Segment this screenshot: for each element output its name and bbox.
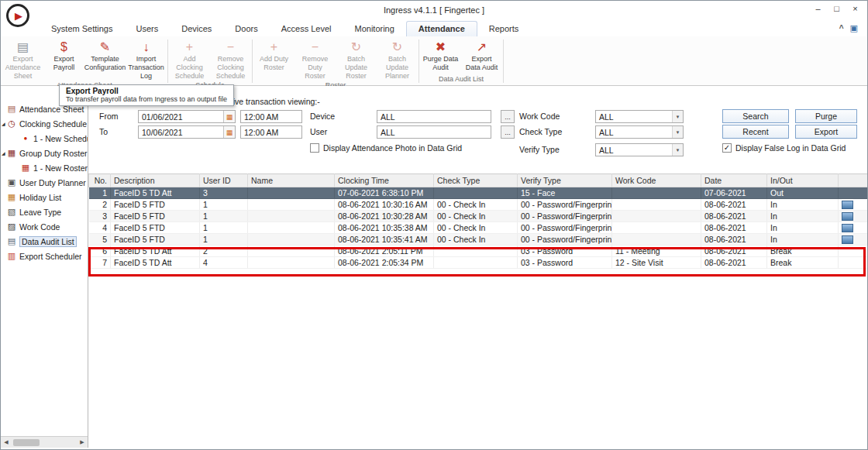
to-time-input[interactable] — [241, 128, 301, 137]
user-browse-button[interactable]: ... — [501, 125, 515, 139]
tree-expanded-icon[interactable]: ◢ — [2, 121, 5, 126]
work-code-dropdown[interactable]: ALL ▼ — [595, 110, 684, 123]
scroll-right-icon[interactable]: ▶ — [77, 439, 88, 445]
scrollbar-thumb[interactable] — [13, 439, 40, 446]
table-row[interactable]: 6 FaceID 5 TD Att 2 08-06-2021 2:05:11 P… — [89, 246, 868, 257]
checkbox-box[interactable]: ✓ — [722, 143, 732, 153]
tab-attendance[interactable]: Attendance — [406, 21, 477, 36]
display-false-log-checkbox[interactable]: ✓ Display False Log in Data Grid — [722, 143, 846, 153]
col-photo[interactable] — [839, 174, 868, 187]
tree-expanded-icon[interactable]: ◢ — [2, 150, 5, 156]
search-button[interactable]: Search — [722, 109, 789, 123]
col-in-out[interactable]: In/Out — [767, 174, 839, 187]
ribbon-separator — [252, 40, 253, 83]
sidebar-item-data-audit-list[interactable]: ▤ Data Audit List — [1, 234, 88, 249]
to-date-input[interactable] — [139, 128, 223, 137]
tab-monitoring[interactable]: Monitoring — [343, 22, 406, 36]
batch-update-planner-button[interactable]: ↻ Batch Update Planner — [377, 37, 418, 80]
sidebar-item-label: Leave Type — [19, 208, 61, 217]
data-audit-main-panel: Enter your selection criteria for select… — [88, 86, 867, 448]
export-attendance-sheet-button[interactable]: ▤ Export Attendance Sheet — [2, 37, 43, 80]
col-verify-type[interactable]: Verify Type — [518, 174, 612, 187]
photo-icon[interactable] — [842, 212, 853, 221]
window-panel-icon[interactable]: ▣ — [850, 23, 858, 33]
export-button[interactable]: Export — [795, 125, 857, 139]
col-no[interactable]: No. — [89, 174, 111, 187]
export-data-audit-button[interactable]: ↗ Export Data Audit — [461, 37, 502, 72]
sidebar-item-leave-type[interactable]: ▧ Leave Type — [1, 204, 88, 219]
schedule-bullet-icon: ● — [21, 136, 30, 142]
col-work-code[interactable]: Work Code — [612, 174, 701, 187]
collapse-ribbon-icon[interactable]: ^ — [839, 24, 844, 33]
tab-devices[interactable]: Devices — [170, 22, 223, 36]
tab-doors[interactable]: Doors — [223, 22, 269, 36]
cell-photo — [839, 246, 868, 257]
recent-button[interactable]: Recent — [722, 125, 789, 139]
add-duty-roster-button[interactable]: + Add Duty Roster — [253, 37, 294, 72]
sidebar-item-clocking-schedule[interactable]: ◢ ◷ Clocking Schedule [ — [1, 116, 88, 131]
user-field — [377, 125, 491, 139]
tab-access-level[interactable]: Access Level — [270, 22, 343, 36]
template-configuration-button[interactable]: ✎ Template Configuration — [84, 37, 126, 72]
to-date-field: ▦ — [138, 125, 236, 139]
checkbox-box[interactable] — [310, 143, 319, 153]
tab-users[interactable]: Users — [124, 22, 170, 36]
photo-icon[interactable] — [842, 235, 853, 244]
sidebar-item-holiday-list[interactable]: ▦ Holiday List — [1, 190, 88, 204]
title-bar: ▶ Ingress v4.1.1 [ Fingertec ] – □ × — [1, 1, 867, 19]
cell-no: 6 — [89, 246, 111, 257]
table-row[interactable]: 5 FaceID 5 FTD 1 08-06-2021 10:35:41 AM … — [89, 234, 868, 246]
table-row[interactable]: 4 FaceID 5 FTD 1 08-06-2021 10:35:38 AM … — [89, 222, 868, 234]
display-photo-checkbox[interactable]: Display Attendance Photo in Data Grid — [310, 143, 462, 153]
tab-system-settings[interactable]: System Settings — [40, 22, 124, 36]
batch-update-roster-button[interactable]: ↻ Batch Update Roster — [336, 37, 377, 80]
minimize-button[interactable]: – — [810, 2, 826, 14]
table-row[interactable]: 7 FaceID 5 TD Att 4 08-06-2021 2:05:34 P… — [89, 257, 868, 269]
verify-type-dropdown[interactable]: ALL ▼ — [595, 143, 684, 156]
sidebar-item-user-duty-planner[interactable]: ▣ User Duty Planner — [1, 175, 88, 190]
sidebar-item-export-scheduler[interactable]: ▥ Export Scheduler — [1, 249, 88, 263]
table-row[interactable]: 1 FaceID 5 TD Att 3 07-06-2021 6:38:10 P… — [89, 187, 868, 199]
calendar-icon[interactable]: ▦ — [223, 126, 235, 138]
remove-duty-roster-button[interactable]: − Remove Duty Roster — [294, 37, 336, 80]
button-label: Schedule — [175, 72, 205, 81]
from-time-input[interactable] — [241, 112, 301, 122]
purge-data-audit-button[interactable]: ✖ Purge Data Audit — [420, 37, 461, 72]
sidebar-item-work-code[interactable]: ▨ Work Code — [1, 219, 88, 234]
cell-check-type: 00 - Check In — [434, 211, 518, 222]
template-configuration-icon: ✎ — [100, 39, 110, 55]
device-input[interactable] — [377, 112, 491, 122]
cell-no: 4 — [89, 222, 111, 234]
col-check-type[interactable]: Check Type — [434, 174, 518, 187]
to-time-field — [240, 125, 302, 139]
col-description[interactable]: Description — [111, 174, 200, 187]
close-button[interactable]: × — [847, 2, 863, 14]
calendar-icon[interactable]: ▦ — [223, 111, 235, 122]
table-row[interactable]: 2 FaceID 5 FTD 1 08-06-2021 10:30:16 AM … — [89, 199, 868, 211]
remove-clocking-schedule-button[interactable]: − Remove Clocking Schedule — [210, 37, 251, 80]
scroll-left-icon[interactable]: ◀ — [1, 439, 12, 445]
photo-icon[interactable] — [842, 224, 853, 232]
sidebar-item-label: User Duty Planner — [19, 178, 86, 187]
check-type-dropdown[interactable]: ALL ▼ — [595, 125, 684, 139]
purge-button[interactable]: Purge — [795, 109, 857, 123]
user-input[interactable] — [377, 128, 491, 137]
col-date[interactable]: Date — [701, 174, 767, 187]
table-row[interactable]: 3 FaceID 5 FTD 1 08-06-2021 10:30:28 AM … — [89, 211, 868, 222]
app-logo-icon[interactable]: ▶ — [6, 4, 29, 27]
sidebar-item-group-duty-roster[interactable]: ◢ ▦ Group Duty Roster [ — [1, 146, 88, 160]
from-date-input[interactable] — [139, 112, 223, 122]
maximize-button[interactable]: □ — [828, 2, 845, 14]
photo-icon[interactable] — [842, 201, 853, 209]
sidebar-item-new-roster[interactable]: ▦ 1 - New Roster — [1, 160, 88, 175]
col-clocking-time[interactable]: Clocking Time — [335, 174, 434, 187]
sidebar-item-new-schedule[interactable]: ● 1 - New Schedul — [1, 131, 88, 146]
add-clocking-schedule-button[interactable]: + Add Clocking Schedule — [169, 37, 210, 80]
import-transaction-log-button[interactable]: ↓ Import Transaction Log — [126, 37, 167, 80]
export-payroll-button[interactable]: $ Export Payroll — [43, 37, 84, 72]
sidebar-hscrollbar[interactable]: ◀ ▶ — [1, 436, 88, 448]
col-user-id[interactable]: User ID — [200, 174, 248, 187]
col-name[interactable]: Name — [248, 174, 335, 187]
device-browse-button[interactable]: ... — [501, 110, 515, 123]
tab-reports[interactable]: Reports — [477, 22, 531, 36]
